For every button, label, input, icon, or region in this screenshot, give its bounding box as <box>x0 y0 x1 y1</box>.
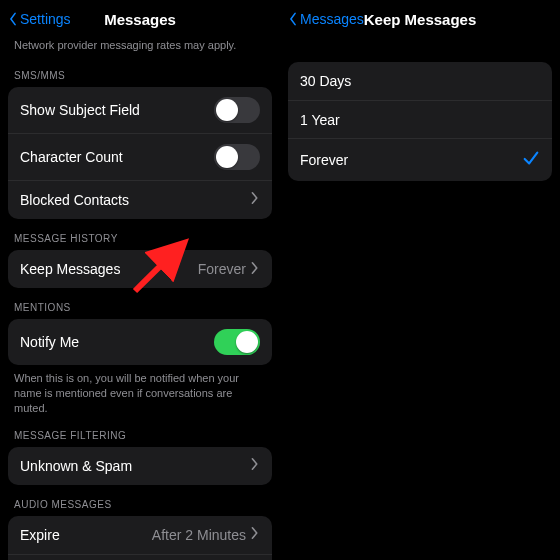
group-keep-options: 30 Days 1 Year Forever <box>288 62 552 181</box>
chevron-right-icon <box>250 526 260 543</box>
row-label: Expire <box>20 527 60 543</box>
checkmark-icon <box>522 149 540 171</box>
messages-settings-screen: Settings Messages Network provider messa… <box>0 0 280 560</box>
row-raise-to-listen[interactable]: Raise to Listen <box>8 554 272 560</box>
section-smsmms: SMS/MMS <box>0 56 280 87</box>
section-mentions: MENTIONS <box>0 288 280 319</box>
switch-notify-me[interactable] <box>214 329 260 355</box>
option-label: Forever <box>300 152 348 168</box>
row-label: Notify Me <box>20 334 79 350</box>
nav-bar: Settings Messages <box>0 0 280 38</box>
chevron-right-icon <box>250 261 260 278</box>
option-1-year[interactable]: 1 Year <box>288 100 552 138</box>
rates-note: Network provider messaging rates may app… <box>0 38 280 56</box>
row-notify-me[interactable]: Notify Me <box>8 319 272 365</box>
row-expire[interactable]: Expire After 2 Minutes <box>8 516 272 554</box>
option-label: 30 Days <box>300 73 351 89</box>
back-button[interactable]: Messages <box>280 11 364 27</box>
row-label: Keep Messages <box>20 261 120 277</box>
chevron-left-icon <box>286 12 300 26</box>
row-label: Blocked Contacts <box>20 192 129 208</box>
section-filtering: MESSAGE FILTERING <box>0 416 280 447</box>
row-label: Unknown & Spam <box>20 458 132 474</box>
back-button[interactable]: Settings <box>0 11 71 27</box>
group-smsmms: Show Subject Field Character Count Block… <box>8 87 272 219</box>
group-history: Keep Messages Forever <box>8 250 272 288</box>
row-label: Show Subject Field <box>20 102 140 118</box>
switch-show-subject[interactable] <box>214 97 260 123</box>
nav-bar: Messages Keep Messages <box>280 0 560 38</box>
group-filtering: Unknown & Spam <box>8 447 272 485</box>
section-audio: AUDIO MESSAGES <box>0 485 280 516</box>
chevron-left-icon <box>6 12 20 26</box>
group-audio: Expire After 2 Minutes Raise to Listen <box>8 516 272 560</box>
chevron-right-icon <box>250 191 260 209</box>
section-history: MESSAGE HISTORY <box>0 219 280 250</box>
row-unknown-spam[interactable]: Unknown & Spam <box>8 447 272 485</box>
notify-footnote: When this is on, you will be notified wh… <box>0 365 280 416</box>
row-value: After 2 Minutes <box>152 527 246 543</box>
option-label: 1 Year <box>300 112 340 128</box>
row-keep-messages[interactable]: Keep Messages Forever <box>8 250 272 288</box>
row-show-subject[interactable]: Show Subject Field <box>8 87 272 133</box>
option-forever[interactable]: Forever <box>288 138 552 181</box>
option-30-days[interactable]: 30 Days <box>288 62 552 100</box>
keep-messages-screen: Messages Keep Messages 30 Days 1 Year Fo… <box>280 0 560 560</box>
row-character-count[interactable]: Character Count <box>8 133 272 180</box>
row-value: Forever <box>198 261 246 277</box>
group-mentions: Notify Me <box>8 319 272 365</box>
back-label: Messages <box>300 11 364 27</box>
switch-character-count[interactable] <box>214 144 260 170</box>
row-label: Character Count <box>20 149 123 165</box>
chevron-right-icon <box>250 457 260 475</box>
row-blocked-contacts[interactable]: Blocked Contacts <box>8 180 272 219</box>
back-label: Settings <box>20 11 71 27</box>
